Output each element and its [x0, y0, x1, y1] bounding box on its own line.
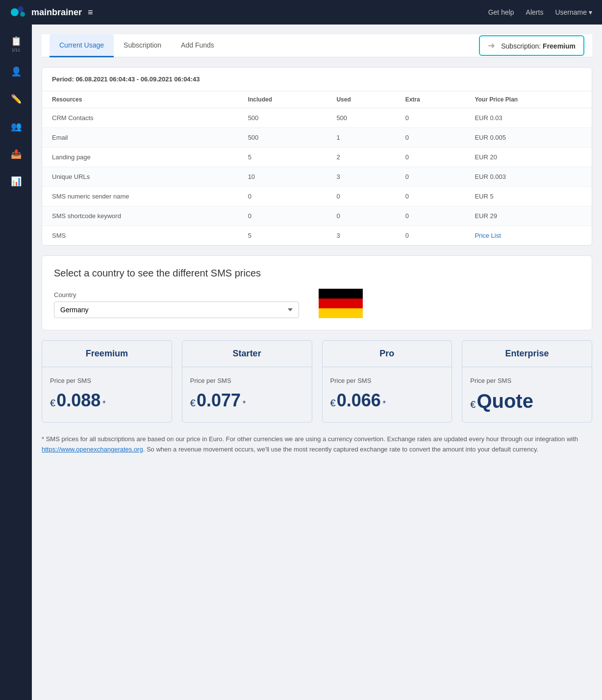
pricing-card-body: Price per SMS € 0.077 *	[182, 367, 312, 421]
top-navigation: mainbrainer ≡ Get help Alerts Username ▾	[0, 0, 602, 25]
tab-subscription[interactable]: Subscription	[114, 34, 171, 57]
svg-point-0	[11, 8, 19, 16]
chevron-down-icon: ▾	[589, 8, 592, 16]
price-currency-symbol: €	[470, 399, 476, 410]
price-value: € Quote	[470, 390, 584, 412]
price-value: € 0.066 *	[330, 390, 444, 411]
usage-table-body: CRM Contacts 500 500 0 EUR 0.03 Email 50…	[42, 108, 592, 246]
table-header-row: Resources Included Used Extra Your Price…	[42, 91, 592, 108]
cell-resource: SMS shortcode keyword	[42, 206, 238, 226]
pricing-card-header: Starter	[182, 341, 312, 367]
country-select[interactable]: GermanyFranceUnited KingdomSpainItalyNet…	[54, 301, 299, 318]
cell-used: 0	[326, 187, 395, 206]
tab-add-funds[interactable]: Add Funds	[171, 34, 224, 57]
cell-price[interactable]: Price List	[465, 226, 592, 246]
table-row: SMS 5 3 0 Price List	[42, 226, 592, 246]
plan-name: Starter	[190, 349, 304, 359]
cell-extra: 0	[396, 108, 465, 128]
plan-name: Freemium	[50, 349, 164, 359]
price-list-link[interactable]: Price List	[475, 232, 501, 239]
cell-extra: 0	[396, 128, 465, 148]
cell-extra: 0	[396, 206, 465, 226]
topnav-right: Get help Alerts Username ▾	[488, 8, 592, 16]
table-row: Landing page 5 2 0 EUR 20	[42, 148, 592, 167]
cell-price: EUR 20	[465, 148, 592, 167]
country-row: Country GermanyFranceUnited KingdomSpain…	[54, 289, 580, 318]
cell-resource: Landing page	[42, 148, 238, 167]
cell-resource: SMS numeric sender name	[42, 187, 238, 206]
username-menu[interactable]: Username ▾	[555, 8, 592, 16]
people-icon: 👥	[11, 121, 22, 132]
col-used: Used	[326, 91, 395, 108]
sidebar-item-editor[interactable]: ✏️	[4, 87, 28, 111]
alerts-link[interactable]: Alerts	[526, 8, 544, 16]
sidebar-item-send[interactable]: 📤	[4, 142, 28, 166]
sidebar-item-users[interactable]: 👥	[4, 115, 28, 138]
tab-current-usage[interactable]: Current Usage	[50, 34, 114, 57]
col-extra: Extra	[396, 91, 465, 108]
subscription-plan-label: Freemium	[543, 42, 576, 50]
sidebar-item-dashboard[interactable]: 📋 1/11	[4, 32, 28, 56]
sms-country-section: Select a country to see the different SM…	[42, 255, 592, 330]
price-asterisk: *	[243, 400, 246, 408]
country-label: Country	[54, 291, 299, 299]
pricing-grid: Freemium Price per SMS € 0.088 * Starter…	[42, 340, 592, 423]
cell-included: 10	[238, 167, 327, 187]
cell-included: 500	[238, 128, 327, 148]
flag-black-stripe	[319, 289, 363, 299]
price-amount: Quote	[477, 390, 533, 412]
pricing-card-header: Enterprise	[462, 341, 592, 367]
logo[interactable]: mainbrainer	[10, 3, 82, 21]
person-icon: 👤	[11, 66, 22, 77]
sidebar: 📋 1/11 👤 ✏️ 👥 📤 📊	[0, 25, 32, 700]
price-currency-symbol: €	[50, 398, 55, 409]
price-amount: 0.077	[197, 390, 241, 411]
plan-name: Enterprise	[470, 349, 584, 359]
get-help-link[interactable]: Get help	[488, 8, 514, 16]
cell-extra: 0	[396, 226, 465, 246]
openexchange-link[interactable]: https://www.openexchangerates.org	[42, 446, 143, 453]
cell-included: 0	[238, 187, 327, 206]
logo-text: mainbrainer	[31, 7, 82, 18]
tabs-bar: Current Usage Subscription Add Funds ➜ S…	[42, 34, 592, 57]
price-value: € 0.077 *	[190, 390, 304, 411]
cell-price: EUR 29	[465, 206, 592, 226]
price-currency-symbol: €	[330, 398, 336, 409]
table-row: SMS shortcode keyword 0 0 0 EUR 29	[42, 206, 592, 226]
cell-used: 2	[326, 148, 395, 167]
cell-used: 1	[326, 128, 395, 148]
svg-point-2	[20, 12, 25, 17]
main-content: Current Usage Subscription Add Funds ➜ S…	[32, 25, 602, 700]
flag-red-stripe	[319, 299, 363, 308]
pencil-icon: ✏️	[11, 94, 22, 104]
pricing-card: Enterprise Price per SMS € Quote	[462, 340, 592, 423]
pricing-card: Pro Price per SMS € 0.066 *	[322, 340, 452, 423]
price-value: € 0.088 *	[50, 390, 164, 411]
col-included: Included	[238, 91, 327, 108]
pricing-card: Freemium Price per SMS € 0.088 *	[42, 340, 172, 423]
cell-price: EUR 0.005	[465, 128, 592, 148]
german-flag	[319, 289, 363, 318]
sidebar-item-contacts[interactable]: 👤	[4, 60, 28, 83]
footer-note: * SMS prices for all subscriptions are b…	[42, 434, 592, 455]
pricing-card-body: Price per SMS € 0.066 *	[323, 367, 452, 421]
footer-text-1: * SMS prices for all subscriptions are b…	[42, 435, 578, 443]
pricing-card-body: Price per SMS € Quote	[462, 367, 592, 422]
price-asterisk: *	[383, 400, 386, 408]
table-row: SMS numeric sender name 0 0 0 EUR 5	[42, 187, 592, 206]
cell-included: 5	[238, 226, 327, 246]
cell-used: 500	[326, 108, 395, 128]
menu-toggle[interactable]: ≡	[88, 7, 93, 18]
sidebar-item-analytics[interactable]: 📊	[4, 170, 28, 193]
pricing-card-header: Pro	[323, 341, 452, 367]
period-label: Period: 06.08.2021 06:04:43 - 06.09.2021…	[52, 75, 582, 83]
price-label: Price per SMS	[50, 377, 164, 384]
price-amount: 0.066	[337, 390, 381, 411]
cell-included: 0	[238, 206, 327, 226]
list-icon: 📋	[11, 36, 22, 47]
plan-name: Pro	[330, 349, 444, 359]
usage-table-card: Period: 06.08.2021 06:04:43 - 06.09.2021…	[42, 67, 592, 246]
footer-text-2: . So when a revenue movement occurs, we'…	[143, 446, 539, 453]
table-row: Email 500 1 0 EUR 0.005	[42, 128, 592, 148]
cell-used: 0	[326, 206, 395, 226]
